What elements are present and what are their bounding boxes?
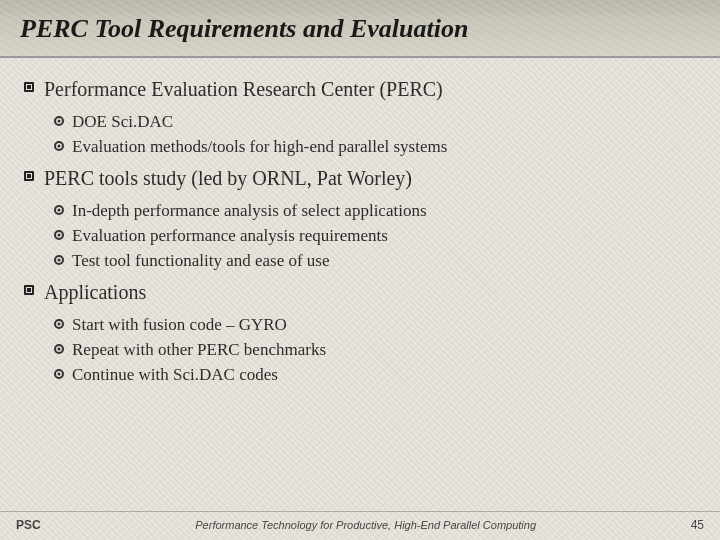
- bullet-text-2: PERC tools study (led by ORNL, Pat Worle…: [44, 165, 412, 192]
- sub-item-3-3: Continue with Sci.DAC codes: [54, 364, 696, 387]
- circle-bullet-icon-3-1: [54, 319, 64, 329]
- bullet-item-1: Performance Evaluation Research Center (…: [24, 76, 696, 103]
- circle-bullet-icon-2-1: [54, 205, 64, 215]
- sub-items-3: Start with fusion code – GYRO Repeat wit…: [54, 314, 696, 389]
- footer-psc: PSC: [16, 518, 41, 532]
- circle-bullet-icon-1-2: [54, 141, 64, 151]
- sub-text-1-1: DOE Sci.DAC: [72, 111, 173, 134]
- sub-item-2-3: Test tool functionality and ease of use: [54, 250, 696, 273]
- sub-items-1: DOE Sci.DAC Evaluation methods/tools for…: [54, 111, 696, 161]
- sub-item-2-2: Evaluation performance analysis requirem…: [54, 225, 696, 248]
- sub-text-3-1: Start with fusion code – GYRO: [72, 314, 287, 337]
- main-bullet-icon-3: [24, 285, 34, 295]
- circle-bullet-icon-1-1: [54, 116, 64, 126]
- circle-bullet-icon-2-3: [54, 255, 64, 265]
- sub-text-3-2: Repeat with other PERC benchmarks: [72, 339, 326, 362]
- bullet-item-2: PERC tools study (led by ORNL, Pat Worle…: [24, 165, 696, 192]
- slide-header: PERC Tool Requirements and Evaluation: [0, 0, 720, 58]
- bullet-text-3: Applications: [44, 279, 146, 306]
- slide-content: Performance Evaluation Research Center (…: [0, 58, 720, 511]
- slide: PERC Tool Requirements and Evaluation Pe…: [0, 0, 720, 540]
- sub-item-2-1: In-depth performance analysis of select …: [54, 200, 696, 223]
- sub-text-2-2: Evaluation performance analysis requirem…: [72, 225, 388, 248]
- sub-text-2-3: Test tool functionality and ease of use: [72, 250, 330, 273]
- footer-subtitle: Performance Technology for Productive, H…: [195, 519, 536, 531]
- footer-page-number: 45: [691, 518, 704, 532]
- sub-item-3-1: Start with fusion code – GYRO: [54, 314, 696, 337]
- bullet-item-3: Applications: [24, 279, 696, 306]
- bullet-text-1: Performance Evaluation Research Center (…: [44, 76, 443, 103]
- sub-item-3-2: Repeat with other PERC benchmarks: [54, 339, 696, 362]
- sub-text-3-3: Continue with Sci.DAC codes: [72, 364, 278, 387]
- sub-item-1-1: DOE Sci.DAC: [54, 111, 696, 134]
- sub-text-1-2: Evaluation methods/tools for high-end pa…: [72, 136, 447, 159]
- circle-bullet-icon-3-2: [54, 344, 64, 354]
- sub-item-1-2: Evaluation methods/tools for high-end pa…: [54, 136, 696, 159]
- main-bullet-icon-1: [24, 82, 34, 92]
- circle-bullet-icon-3-3: [54, 369, 64, 379]
- sub-text-2-1: In-depth performance analysis of select …: [72, 200, 427, 223]
- slide-footer: PSC Performance Technology for Productiv…: [0, 511, 720, 540]
- main-bullet-icon-2: [24, 171, 34, 181]
- slide-title: PERC Tool Requirements and Evaluation: [20, 14, 700, 44]
- circle-bullet-icon-2-2: [54, 230, 64, 240]
- sub-items-2: In-depth performance analysis of select …: [54, 200, 696, 275]
